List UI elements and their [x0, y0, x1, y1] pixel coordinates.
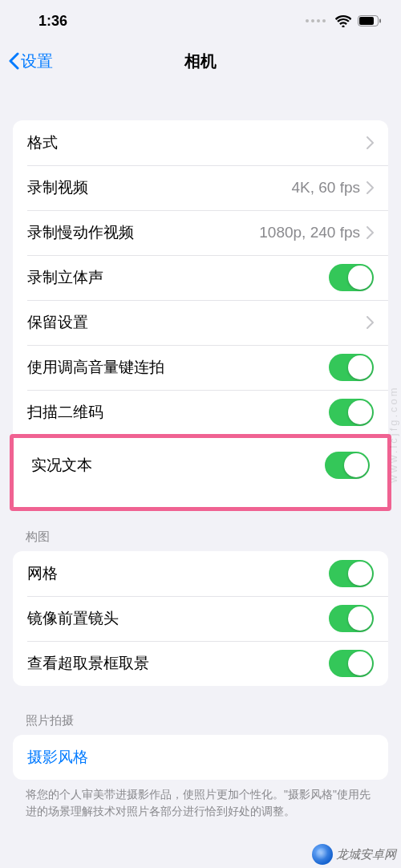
cellular-dots-icon	[306, 19, 326, 22]
battery-icon	[358, 15, 382, 26]
watermark-corner: 龙城安卓网	[312, 844, 396, 865]
page-title: 相机	[184, 51, 217, 72]
row-label: 录制立体声	[27, 267, 329, 288]
row-label: 格式	[27, 132, 367, 153]
nav-back-label: 设置	[21, 51, 53, 72]
wifi-icon	[335, 15, 351, 27]
row-live-text: 实况文本	[14, 443, 387, 488]
chevron-left-icon	[8, 52, 19, 70]
svg-rect-1	[359, 17, 374, 25]
row-view-outside-frame: 查看超取景框取景	[13, 641, 388, 686]
chevron-right-icon	[367, 136, 374, 149]
toggle-live-text[interactable]	[325, 452, 370, 479]
status-icons	[306, 15, 382, 27]
row-mirror-front: 镜像前置镜头	[13, 596, 388, 641]
row-photographic-styles[interactable]: 摄影风格	[13, 735, 388, 780]
status-time: 1:36	[38, 13, 67, 30]
watermark-badge-icon	[312, 844, 333, 865]
chevron-right-icon	[367, 181, 374, 194]
watermark-text: 龙城安卓网	[336, 847, 396, 862]
row-detail: 4K, 60 fps	[291, 179, 360, 197]
group-footer-photo-capture: 将您的个人审美带进摄影作品，使照片更加个性化。"摄影风格"使用先进的场景理解技术…	[0, 780, 401, 820]
row-label: 录制视频	[27, 177, 291, 198]
row-preserve-settings[interactable]: 保留设置	[13, 300, 388, 345]
row-label: 保留设置	[27, 312, 367, 333]
settings-group-photo-capture: 摄影风格	[13, 735, 388, 780]
toggle-stereo-sound[interactable]	[329, 264, 374, 291]
row-scan-qr: 扫描二维码	[13, 390, 388, 435]
svg-rect-2	[379, 19, 381, 23]
row-record-video[interactable]: 录制视频 4K, 60 fps	[13, 165, 388, 210]
row-record-slomo[interactable]: 录制慢动作视频 1080p, 240 fps	[13, 210, 388, 255]
row-label: 查看超取景框取景	[27, 653, 329, 674]
nav-back-button[interactable]: 设置	[0, 51, 53, 72]
watermark-side: www.lcjfg.com	[387, 385, 399, 482]
row-label: 摄影风格	[27, 747, 374, 768]
toggle-view-outside-frame[interactable]	[329, 650, 374, 677]
row-label: 使用调高音量键连拍	[27, 357, 329, 378]
row-label: 网格	[27, 563, 329, 584]
toggle-mirror-front[interactable]	[329, 605, 374, 632]
toggle-scan-qr[interactable]	[329, 399, 374, 426]
highlight-live-text: 实况文本	[10, 434, 391, 511]
toggle-volume-burst[interactable]	[329, 354, 374, 381]
row-detail: 1080p, 240 fps	[259, 224, 360, 241]
row-label: 录制慢动作视频	[27, 222, 259, 243]
row-label: 实况文本	[31, 455, 325, 476]
status-bar: 1:36	[0, 0, 401, 39]
group-header-photo-capture: 照片拍摄	[0, 686, 401, 735]
chevron-right-icon	[367, 226, 374, 239]
row-stereo-sound: 录制立体声	[13, 255, 388, 300]
row-label: 镜像前置镜头	[27, 608, 329, 629]
settings-group-main: 格式 录制视频 4K, 60 fps 录制慢动作视频 1080p, 240 fp…	[13, 120, 388, 435]
row-volume-burst: 使用调高音量键连拍	[13, 345, 388, 390]
nav-header: 设置 相机	[0, 39, 401, 83]
row-formats[interactable]: 格式	[13, 120, 388, 165]
settings-group-composition: 网格 镜像前置镜头 查看超取景框取景	[13, 551, 388, 686]
row-label: 扫描二维码	[27, 402, 329, 423]
chevron-right-icon	[367, 316, 374, 329]
toggle-grid[interactable]	[329, 560, 374, 587]
group-header-composition: 构图	[0, 512, 401, 551]
row-grid: 网格	[13, 551, 388, 596]
